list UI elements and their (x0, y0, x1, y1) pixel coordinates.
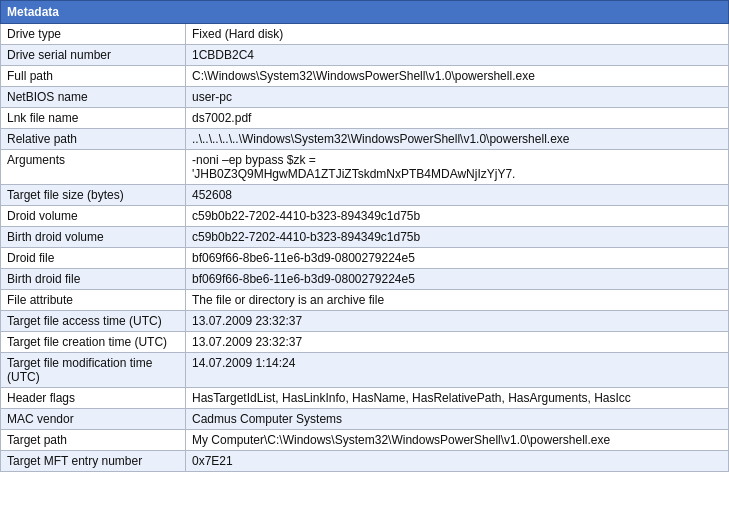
row-value: My Computer\C:\Windows\System32\WindowsP… (186, 430, 729, 451)
row-value: bf069f66-8be6-11e6-b3d9-0800279224e5 (186, 248, 729, 269)
table-row: Target file access time (UTC)13.07.2009 … (1, 311, 729, 332)
row-label: Full path (1, 66, 186, 87)
row-label: NetBIOS name (1, 87, 186, 108)
table-header: Metadata (1, 1, 729, 24)
table-row: Arguments-noni –ep bypass $zk = 'JHB0Z3Q… (1, 150, 729, 185)
table-row: Target file creation time (UTC)13.07.200… (1, 332, 729, 353)
row-label: Drive type (1, 24, 186, 45)
row-value: Fixed (Hard disk) (186, 24, 729, 45)
table-row: Target pathMy Computer\C:\Windows\System… (1, 430, 729, 451)
row-label: Header flags (1, 388, 186, 409)
table-row: NetBIOS nameuser-pc (1, 87, 729, 108)
table-row: Droid filebf069f66-8be6-11e6-b3d9-080027… (1, 248, 729, 269)
row-label: Birth droid volume (1, 227, 186, 248)
row-label: Birth droid file (1, 269, 186, 290)
row-value: bf069f66-8be6-11e6-b3d9-0800279224e5 (186, 269, 729, 290)
row-label: MAC vendor (1, 409, 186, 430)
row-value: -noni –ep bypass $zk = 'JHB0Z3Q9MHgwMDA1… (186, 150, 729, 185)
row-value: 13.07.2009 23:32:37 (186, 332, 729, 353)
row-value: The file or directory is an archive file (186, 290, 729, 311)
table-row: File attributeThe file or directory is a… (1, 290, 729, 311)
row-label: Droid volume (1, 206, 186, 227)
row-value: c59b0b22-7202-4410-b323-894349c1d75b (186, 206, 729, 227)
row-value: ds7002.pdf (186, 108, 729, 129)
row-label: Drive serial number (1, 45, 186, 66)
row-value: 1CBDB2C4 (186, 45, 729, 66)
row-label: Relative path (1, 129, 186, 150)
row-value: C:\Windows\System32\WindowsPowerShell\v1… (186, 66, 729, 87)
table-row: Full pathC:\Windows\System32\WindowsPowe… (1, 66, 729, 87)
table-row: Target MFT entry number0x7E21 (1, 451, 729, 472)
table-row: Drive serial number1CBDB2C4 (1, 45, 729, 66)
row-label: Droid file (1, 248, 186, 269)
table-row: Birth droid filebf069f66-8be6-11e6-b3d9-… (1, 269, 729, 290)
table-row: Lnk file nameds7002.pdf (1, 108, 729, 129)
row-label: Target MFT entry number (1, 451, 186, 472)
table-row: Relative path..\..\..\..\..\Windows\Syst… (1, 129, 729, 150)
row-label: Target file modification time (UTC) (1, 353, 186, 388)
row-label: File attribute (1, 290, 186, 311)
row-label: Arguments (1, 150, 186, 185)
row-label: Target file size (bytes) (1, 185, 186, 206)
table-row: Target file modification time (UTC)14.07… (1, 353, 729, 388)
metadata-table: Metadata Drive typeFixed (Hard disk)Driv… (0, 0, 729, 472)
row-value: Cadmus Computer Systems (186, 409, 729, 430)
table-row: Header flagsHasTargetIdList, HasLinkInfo… (1, 388, 729, 409)
row-value: 14.07.2009 1:14:24 (186, 353, 729, 388)
row-value: c59b0b22-7202-4410-b323-894349c1d75b (186, 227, 729, 248)
row-value: HasTargetIdList, HasLinkInfo, HasName, H… (186, 388, 729, 409)
table-header-row: Metadata (1, 1, 729, 24)
table-row: Birth droid volumec59b0b22-7202-4410-b32… (1, 227, 729, 248)
row-value: 0x7E21 (186, 451, 729, 472)
row-value: ..\..\..\..\..\Windows\System32\WindowsP… (186, 129, 729, 150)
row-value: 13.07.2009 23:32:37 (186, 311, 729, 332)
row-label: Target file access time (UTC) (1, 311, 186, 332)
table-row: Droid volumec59b0b22-7202-4410-b323-8943… (1, 206, 729, 227)
row-value: user-pc (186, 87, 729, 108)
row-value: 452608 (186, 185, 729, 206)
table-row: MAC vendorCadmus Computer Systems (1, 409, 729, 430)
table-row: Drive typeFixed (Hard disk) (1, 24, 729, 45)
row-label: Target path (1, 430, 186, 451)
row-label: Target file creation time (UTC) (1, 332, 186, 353)
table-row: Target file size (bytes)452608 (1, 185, 729, 206)
row-label: Lnk file name (1, 108, 186, 129)
